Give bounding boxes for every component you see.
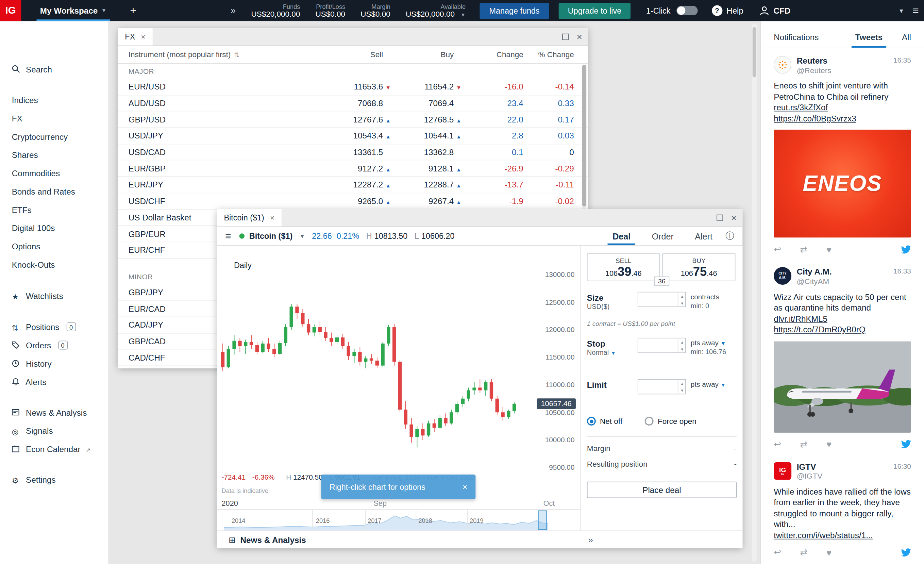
fx-instrument-row[interactable]: USD/JPY10543.4▲10544.1▲2.80.03: [118, 128, 588, 144]
ig-logo[interactable]: IG: [0, 0, 21, 21]
tab-tweets[interactable]: Tweets: [855, 32, 882, 48]
sell-price[interactable]: 7068.8: [270, 98, 391, 108]
place-deal-button[interactable]: Place deal: [587, 482, 736, 498]
scrollbar-thumb[interactable]: [753, 27, 756, 77]
stop-type-selector[interactable]: Normal ▼: [587, 349, 616, 356]
buy-price[interactable]: 10544.1▲: [391, 131, 462, 141]
fx-instrument-row[interactable]: USD/CAD13361.513362.80.10: [118, 144, 588, 160]
sell-price[interactable]: 13361.5: [270, 147, 391, 157]
tweet-link[interactable]: twitter.com/i/web/status/1...: [774, 530, 911, 540]
limit-stepper[interactable]: ▲▼: [678, 380, 686, 394]
sidebar-item-watchlists[interactable]: ★ Watchlists: [0, 288, 108, 305]
layout-list-icon[interactable]: ≡: [912, 4, 918, 16]
sidebar-item-history[interactable]: History: [0, 355, 108, 373]
sidebar-item-options[interactable]: Options: [0, 237, 108, 256]
like-icon[interactable]: ♥: [826, 439, 831, 449]
buy-price[interactable]: 7069.4: [391, 98, 462, 108]
buy-button[interactable]: BUY 10675.46: [663, 254, 736, 281]
menu-icon[interactable]: ≡: [225, 230, 231, 242]
sidebar-item-cryptocurrency[interactable]: Cryptocurrency: [0, 128, 108, 146]
instrument-name[interactable]: EUR/JPY: [129, 180, 270, 189]
size-stepper[interactable]: ▲▼: [678, 292, 686, 306]
fx-window-titlebar[interactable]: FX × ×: [118, 28, 588, 46]
fx-instrument-row[interactable]: USD/CHF9265.0▲9267.4▲-1.9-0.02: [118, 193, 588, 210]
bitcoin-window-titlebar[interactable]: Bitcoin ($1) × ×: [217, 209, 743, 227]
tweet-author[interactable]: Reuters: [797, 56, 831, 66]
tab-order[interactable]: Order: [641, 227, 684, 245]
double-chevron-right-icon[interactable]: »: [588, 535, 592, 544]
chevron-down-icon[interactable]: ▼: [898, 8, 904, 14]
tweet-image-eneos[interactable]: ENEOS: [774, 130, 911, 238]
instrument-name[interactable]: USD/CHF: [129, 196, 270, 206]
like-icon[interactable]: ♥: [826, 548, 831, 557]
sidebar-item-fx[interactable]: FX: [0, 110, 108, 128]
fx-window-tab[interactable]: FX ×: [118, 28, 153, 45]
buy-price[interactable]: 9267.4▲: [391, 196, 462, 206]
fx-instrument-row[interactable]: AUD/USD7068.87069.423.40.33: [118, 95, 588, 112]
sell-price[interactable]: 10543.4▲: [270, 131, 391, 141]
force-open-radio[interactable]: Force open: [645, 417, 696, 426]
help-button[interactable]: ? Help: [712, 6, 743, 16]
sidebar-item-alerts[interactable]: Alerts: [0, 373, 108, 392]
tweet-item[interactable]: CITY A.M. City A.M. @CityAM 16:33 Wizz A…: [761, 260, 924, 454]
twitter-icon[interactable]: [901, 245, 911, 254]
limit-pts-away[interactable]: pts away ▼: [691, 380, 726, 388]
tab-notifications[interactable]: Notifications: [774, 32, 819, 48]
candlestick-chart[interactable]: [217, 246, 580, 496]
column-header-instrument[interactable]: Instrument (most popular first)⇅: [129, 50, 270, 59]
stepper-down-icon[interactable]: ▼: [678, 299, 686, 306]
chevron-down-icon[interactable]: ▼: [460, 12, 466, 17]
fx-instrument-row[interactable]: GBP/USD12767.6▲12768.5▲22.00.17: [118, 112, 588, 128]
stepper-down-icon[interactable]: ▼: [678, 387, 686, 394]
sidebar-item-knock-outs[interactable]: Knock-Outs: [0, 256, 108, 274]
column-header-sell[interactable]: Sell: [270, 50, 391, 59]
buy-price[interactable]: 12288.7▲: [391, 180, 462, 189]
sidebar-item-indices[interactable]: Indices: [0, 92, 108, 110]
chevron-right-icon[interactable]: »: [231, 6, 236, 16]
fx-instrument-row[interactable]: EUR/GBP9127.2▲9128.1▲-26.9-0.29: [118, 160, 588, 177]
sidebar-item-commodities[interactable]: Commodities: [0, 164, 108, 183]
instrument-name[interactable]: GBP/USD: [129, 115, 270, 124]
sidebar-item-signals[interactable]: ◎ Signals: [0, 422, 108, 441]
available-stat[interactable]: Available US$20,000.00 ▼: [406, 3, 466, 19]
timeline-selection[interactable]: [538, 511, 547, 530]
chevron-down-icon[interactable]: ▼: [300, 233, 305, 239]
instrument-name[interactable]: EUR/USD: [129, 82, 270, 92]
sell-price[interactable]: 9265.0▲: [270, 196, 391, 206]
one-click-toggle[interactable]: [676, 6, 698, 15]
maximize-icon[interactable]: [716, 214, 723, 221]
net-off-radio[interactable]: Net off: [587, 417, 622, 426]
close-icon[interactable]: ×: [577, 32, 582, 42]
bitcoin-window-tab[interactable]: Bitcoin ($1) ×: [217, 209, 282, 226]
upgrade-to-live-button[interactable]: Upgrade to live: [558, 3, 631, 19]
instrument-name[interactable]: EUR/GBP: [129, 164, 270, 173]
column-header-change[interactable]: Change: [462, 50, 524, 59]
tweet-link[interactable]: https://t.co/f0BgSvrzx3: [774, 113, 911, 124]
sidebar-item-econ-calendar[interactable]: Econ Calendar ↗: [0, 440, 108, 459]
sell-price[interactable]: 11653.6▼: [270, 82, 391, 92]
sidebar-item-shares[interactable]: Shares: [0, 146, 108, 165]
sidebar-item-digital-100s[interactable]: Digital 100s: [0, 219, 108, 238]
like-icon[interactable]: ♥: [826, 244, 831, 255]
workspace-scrollbar[interactable]: [752, 24, 757, 562]
tab-alert[interactable]: Alert: [684, 227, 723, 245]
buy-price[interactable]: 13362.8: [391, 147, 462, 157]
sidebar-item-orders[interactable]: Orders 0: [0, 336, 108, 355]
sell-price[interactable]: 12767.6▲: [270, 115, 391, 124]
tweet-author[interactable]: City A.M.: [797, 267, 832, 277]
buy-price[interactable]: 12768.5▲: [391, 115, 462, 124]
sidebar-item-bonds-and-rates[interactable]: Bonds and Rates: [0, 183, 108, 201]
tweet-link[interactable]: reut.rs/3kZfXof: [774, 102, 911, 113]
retweet-icon[interactable]: ⇄: [800, 439, 807, 449]
account-menu[interactable]: CFD: [759, 6, 790, 16]
workspace-tab[interactable]: My Workspace ▼: [36, 0, 110, 21]
tweet-item[interactable]: Reuters @Reuters 16:35 Eneos to shift jo…: [761, 48, 924, 260]
sell-price[interactable]: 12287.2▲: [270, 180, 391, 189]
stepper-up-icon[interactable]: ▲: [678, 292, 686, 299]
sell-price[interactable]: 9127.2▲: [270, 164, 391, 173]
sidebar-item-search[interactable]: Search: [0, 61, 108, 78]
instrument-name[interactable]: USD/CAD: [129, 147, 270, 157]
stepper-up-icon[interactable]: ▲: [678, 380, 686, 387]
close-icon[interactable]: ×: [731, 213, 736, 223]
tab-all[interactable]: All: [902, 32, 911, 48]
